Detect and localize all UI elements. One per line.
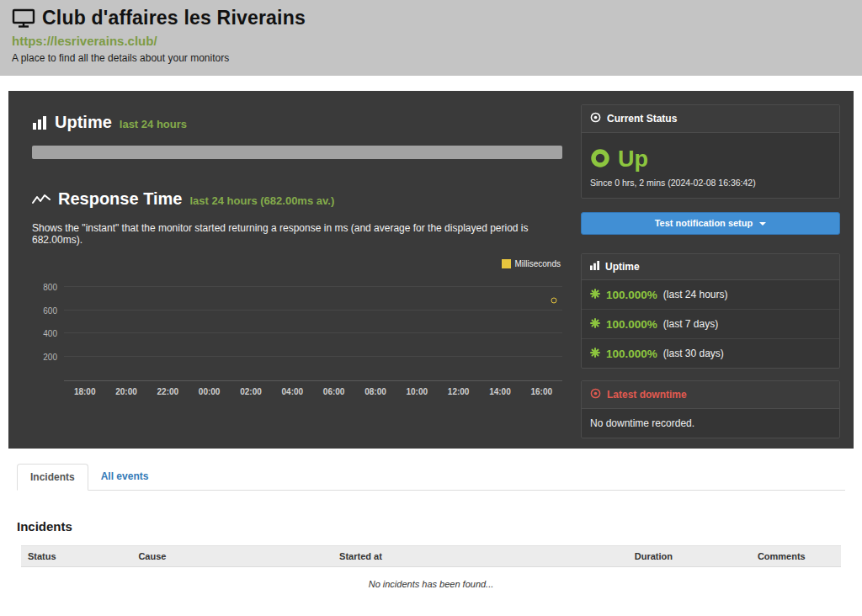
uptime-value: 100.000% (606, 348, 657, 360)
uptime-stats-title: Uptime (605, 261, 640, 273)
monitor-panel: Uptime last 24 hours Response Time last … (8, 91, 854, 449)
uptime-row-24h: 100.000% (last 24 hours) (582, 280, 839, 310)
legend-swatch (502, 259, 511, 268)
column-status: Status (21, 546, 132, 567)
monitor-icon (12, 8, 35, 29)
chart-legend: Milliseconds (32, 259, 562, 268)
bullseye-icon (590, 112, 601, 125)
current-status-title: Current Status (607, 113, 677, 125)
status-sidebar: Current Status Up Since 0 hrs, 2 mins (2… (581, 104, 840, 435)
incidents-empty-message: No incidents has been found... (17, 567, 845, 601)
test-notification-button[interactable]: Test notification setup (581, 212, 840, 235)
chart-gridline (64, 286, 562, 287)
x-axis-tick: 00:00 (189, 387, 230, 396)
response-range-label: last 24 hours (682.00ms av.) (189, 194, 334, 207)
page-header: Club d'affaires les Riverains https://le… (0, 0, 862, 76)
column-started-at: Started at (333, 546, 628, 567)
uptime-period: (last 30 days) (663, 348, 724, 359)
y-axis-tick: 800 (32, 282, 57, 291)
record-icon (590, 388, 601, 401)
page-title: Club d'affaires les Riverains (42, 7, 306, 29)
uptime-section-heading: Uptime last 24 hours (32, 113, 562, 132)
uptime-range-label: last 24 hours (120, 118, 187, 130)
uptime-row-30d: 100.000% (last 30 days) (582, 339, 839, 368)
x-axis-tick: 22:00 (147, 387, 189, 396)
y-axis-tick: 400 (32, 329, 57, 338)
uptime-timeline-bar (32, 146, 562, 159)
burst-icon (590, 316, 600, 332)
uptime-period: (last 24 hours) (663, 289, 728, 300)
title-row: Club d'affaires les Riverains (12, 7, 850, 29)
x-axis: 18:0020:0022:0000:0002:0004:0006:0008:00… (64, 381, 562, 396)
chart-gridline (64, 356, 562, 357)
uptime-stats-header: Uptime (582, 254, 839, 280)
test-notification-label: Test notification setup (655, 218, 753, 228)
x-axis-tick: 08:00 (354, 387, 396, 396)
latest-downtime-title: Latest downtime (607, 389, 687, 401)
y-axis-tick: 600 (32, 305, 57, 315)
incidents-heading: Incidents (17, 519, 845, 534)
status-row: Up (590, 146, 831, 173)
tab-incidents[interactable]: Incidents (17, 464, 88, 491)
status-since-text: Since 0 hrs, 2 mins (2024-02-08 16:36:42… (590, 178, 831, 188)
burst-icon (590, 346, 600, 361)
chart-gridline (64, 310, 562, 311)
bar-chart-icon (32, 115, 47, 130)
uptime-value: 100.000% (606, 289, 657, 301)
uptime-row-7d: 100.000% (last 7 days) (582, 310, 839, 339)
column-comments: Comments (751, 546, 841, 567)
response-chart-plot: 200400600800 (64, 275, 562, 381)
up-status-icon (590, 148, 610, 172)
response-section-title: Response Time (58, 189, 182, 209)
y-axis-tick: 200 (32, 353, 57, 362)
x-axis-tick: 12:00 (438, 387, 479, 396)
x-axis-tick: 20:00 (105, 387, 146, 396)
response-section-heading: Response Time last 24 hours (682.00ms av… (32, 189, 562, 209)
burst-icon (590, 287, 600, 302)
response-description: Shows the "instant" that the monitor sta… (32, 222, 562, 246)
current-status-header: Current Status (582, 105, 839, 133)
status-badge: Up (618, 146, 648, 173)
monitor-url-link[interactable]: https://lesriverains.club/ (12, 34, 157, 48)
response-time-chart: Milliseconds 200400600800 18:0020:0022:0… (32, 259, 562, 396)
chart-gridline (64, 332, 562, 333)
x-axis-tick: 02:00 (230, 387, 271, 396)
latest-downtime-box: Latest downtime No downtime recorded. (581, 380, 840, 438)
latest-downtime-header: Latest downtime (582, 381, 839, 409)
x-axis-tick: 18:00 (64, 387, 105, 396)
current-status-box: Current Status Up Since 0 hrs, 2 mins (2… (581, 104, 840, 199)
legend-label: Milliseconds (515, 259, 561, 268)
uptime-section-title: Uptime (55, 113, 112, 132)
x-axis-tick: 04:00 (272, 387, 313, 396)
page-subtitle: A place to find all the details about yo… (12, 52, 850, 64)
response-time-point (551, 298, 557, 304)
uptime-stats-box: Uptime 100.000% (last 24 hours) (581, 253, 840, 369)
uptime-period: (last 7 days) (663, 318, 718, 330)
x-axis-tick: 06:00 (313, 387, 354, 396)
events-tabs: Incidents All events (17, 464, 845, 491)
incidents-table: Status Cause Started at Duration Comment… (21, 545, 841, 567)
events-section: Incidents All events Incidents Status Ca… (17, 464, 845, 601)
column-duration: Duration (628, 546, 751, 567)
current-status-body: Up Since 0 hrs, 2 mins (2024-02-08 16:36… (582, 133, 839, 198)
downtime-message: No downtime recorded. (582, 409, 839, 438)
x-axis-tick: 16:00 (521, 387, 562, 396)
x-axis-tick: 10:00 (396, 387, 438, 396)
line-chart-icon (32, 193, 51, 206)
small-bar-chart-icon (590, 261, 599, 273)
incidents-table-header-row: Status Cause Started at Duration Comment… (21, 546, 841, 567)
uptime-value: 100.000% (606, 318, 657, 331)
caret-down-icon (759, 222, 766, 226)
x-axis-tick: 14:00 (479, 387, 520, 396)
monitor-details: Uptime last 24 hours Response Time last … (22, 104, 581, 435)
column-cause: Cause (131, 546, 333, 567)
tab-all-events[interactable]: All events (88, 464, 162, 491)
